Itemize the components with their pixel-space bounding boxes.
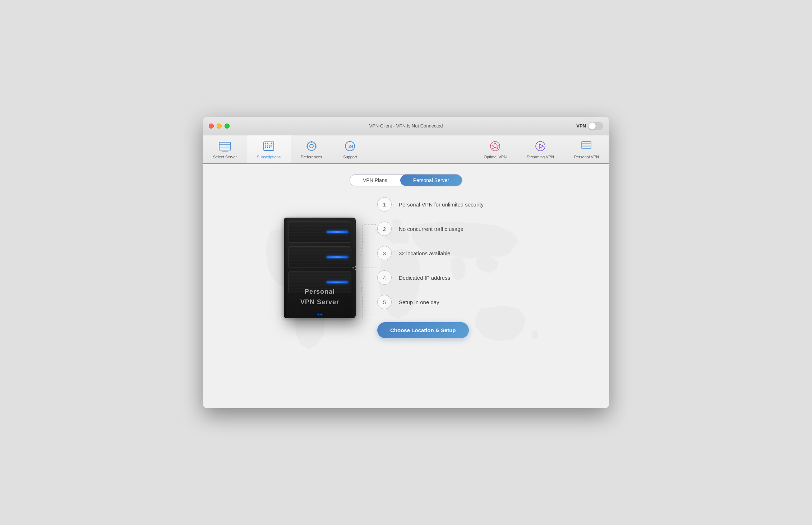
titlebar: VPN Client - VPN is Not Connected VPN [203, 117, 609, 135]
personal-vpn-label: Personal VPN [574, 155, 599, 159]
drive-led-3 [327, 282, 348, 283]
toolbar-item-select-server[interactable]: ←→ Select Server [203, 135, 247, 163]
feature-text-5: Setup in one day [399, 299, 439, 305]
tab-vpn-plans[interactable]: VPN Plans [350, 175, 400, 186]
personal-vpn-icon [580, 140, 593, 153]
feature-item-2: 2 No concurrent traffic usage [377, 222, 528, 236]
svg-rect-22 [306, 146, 308, 147]
vpn-label: VPN [576, 123, 586, 129]
choose-location-button[interactable]: Choose Location & Setup [377, 322, 469, 338]
feature-item-3: 3 32 locations available [377, 246, 528, 260]
feature-number-1: 1 [377, 197, 392, 212]
tab-pill: VPN Plans Personal Server [350, 174, 462, 186]
server-unit-2 [288, 246, 351, 268]
feature-text-4: Dedicated IP address [399, 275, 450, 281]
connector-svg [352, 218, 381, 318]
close-button[interactable] [209, 124, 214, 129]
streaming-vpn-icon [534, 140, 547, 153]
subscriptions-label: Subscriptions [257, 155, 281, 159]
content-area: VPN Plans Personal Server [203, 164, 609, 408]
svg-rect-12 [267, 145, 268, 147]
toolbar: ←→ Select Server [203, 135, 609, 164]
optimal-vpn-icon [489, 140, 502, 153]
toolbar-item-support[interactable]: 24 Support [332, 135, 368, 163]
toolbar-left: ←→ Select Server [203, 135, 368, 163]
tab-personal-server[interactable]: Personal Server [400, 175, 462, 186]
toolbar-item-streaming-vpn[interactable]: Streaming VPN [517, 135, 564, 163]
server-dot-1 [318, 314, 319, 315]
svg-rect-9 [267, 143, 268, 144]
feature-item-1: 1 Personal VPN for unlimited security [377, 197, 528, 212]
feature-text-3: 32 locations available [399, 250, 450, 256]
svg-rect-15 [265, 147, 266, 148]
svg-marker-29 [492, 143, 499, 149]
support-icon: 24 [343, 140, 356, 153]
svg-rect-17 [269, 147, 270, 148]
svg-rect-23 [315, 146, 317, 147]
features-list: 1 Personal VPN for unlimited security 2 … [377, 197, 528, 338]
streaming-vpn-label: Streaming VPN [527, 155, 554, 159]
main-content: Personal VPN Server [203, 186, 609, 349]
server-label: Personal VPN Server [284, 287, 356, 307]
toggle-thumb [589, 122, 596, 130]
feature-item-4: 4 Dedicated IP address [377, 270, 528, 285]
select-server-label: Select Server [213, 155, 237, 159]
server-illustration: Personal VPN Server [284, 218, 356, 318]
feature-text-1: Personal VPN for unlimited security [399, 201, 484, 208]
server-box: Personal VPN Server [284, 218, 356, 318]
preferences-label: Preferences [301, 155, 322, 159]
svg-text:24: 24 [349, 144, 354, 149]
svg-marker-31 [539, 144, 544, 148]
svg-rect-10 [271, 143, 272, 144]
server-status-dots [318, 314, 322, 315]
tab-switcher: VPN Plans Personal Server [203, 174, 609, 186]
drive-led-1 [327, 231, 348, 233]
svg-rect-8 [265, 143, 266, 144]
toolbar-item-subscriptions[interactable]: Subscriptions [247, 135, 291, 164]
svg-rect-16 [267, 147, 268, 148]
svg-point-19 [310, 144, 313, 148]
toolbar-right: Optimal VPN Streaming VPN [474, 135, 609, 163]
svg-text:←→: ←→ [222, 144, 227, 148]
select-server-icon: ←→ [218, 140, 231, 153]
svg-rect-11 [265, 145, 266, 147]
subscriptions-icon [262, 140, 275, 153]
window-title: VPN Client - VPN is Not Connected [369, 123, 443, 129]
server-dot-2 [320, 314, 322, 315]
drive-led-2 [327, 256, 348, 258]
server-label-line2: VPN Server [300, 298, 339, 306]
optimal-vpn-label: Optimal VPN [484, 155, 507, 159]
app-window: VPN Client - VPN is Not Connected VPN [203, 117, 609, 408]
vpn-toggle-switch[interactable] [588, 122, 603, 130]
support-label: Support [343, 155, 357, 159]
svg-rect-13 [269, 145, 270, 147]
toolbar-item-personal-vpn[interactable]: Personal VPN [564, 135, 609, 163]
traffic-lights [209, 124, 230, 129]
svg-rect-21 [311, 150, 312, 151]
maximize-button[interactable] [225, 124, 230, 129]
feature-text-2: No concurrent traffic usage [399, 226, 463, 232]
toolbar-item-preferences[interactable]: Preferences [291, 135, 332, 163]
feature-item-5: 5 Setup in one day [377, 295, 528, 309]
vpn-toggle-area: VPN [576, 122, 603, 130]
toolbar-item-optimal-vpn[interactable]: Optimal VPN [474, 135, 517, 163]
svg-rect-14 [271, 145, 272, 147]
minimize-button[interactable] [217, 124, 222, 129]
preferences-icon [305, 140, 318, 153]
server-unit-1 [288, 221, 351, 243]
